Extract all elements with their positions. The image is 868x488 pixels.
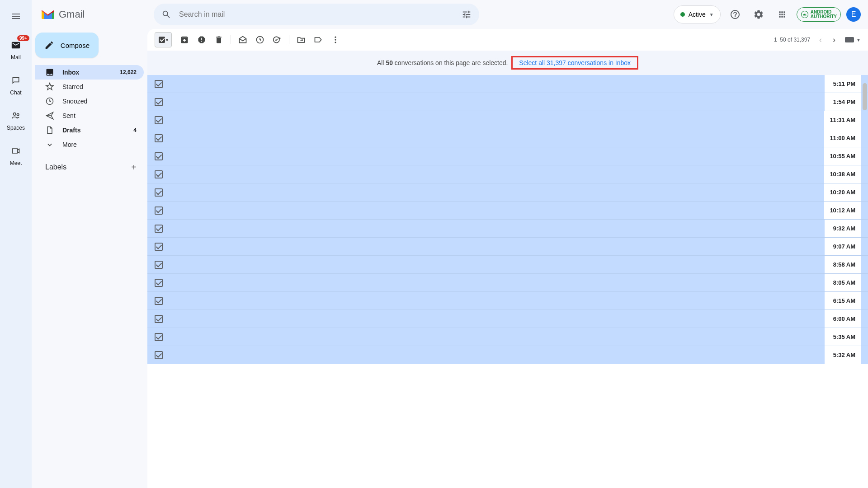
gmail-logo[interactable]: Gmail xyxy=(39,9,146,20)
sidebar-item-label: Snoozed xyxy=(62,98,87,105)
apps-icon xyxy=(778,10,787,19)
sidebar-item-label: Starred xyxy=(62,83,83,90)
settings-button[interactable] xyxy=(750,5,768,23)
gmail-logo-text: Gmail xyxy=(59,9,85,20)
mail-time: 10:12 AM xyxy=(824,202,861,219)
sidebar-item-inbox[interactable]: Inbox12,622 xyxy=(35,65,144,80)
mail-row[interactable]: 1:54 PM xyxy=(147,93,868,111)
sidebar: Compose Inbox12,622StarredSnoozedSentDra… xyxy=(32,29,147,488)
android-authority-badge: ANDROIDAUTHORITY xyxy=(797,7,841,22)
file-icon xyxy=(45,126,54,135)
keyboard-icon xyxy=(844,37,854,43)
sidebar-item-snoozed[interactable]: Snoozed xyxy=(35,94,144,108)
row-checkbox[interactable] xyxy=(155,152,163,160)
sidebar-item-label: Drafts xyxy=(62,127,80,134)
input-mode-button[interactable]: ▼ xyxy=(844,37,861,43)
row-checkbox[interactable] xyxy=(155,261,163,269)
mail-row[interactable]: 5:35 AM xyxy=(147,328,868,346)
row-checkbox[interactable] xyxy=(155,116,163,124)
status-dot-icon xyxy=(680,12,685,17)
sidebar-item-drafts[interactable]: Drafts4 xyxy=(35,123,144,137)
mail-row[interactable]: 5:11 PM xyxy=(147,75,868,93)
label-icon xyxy=(314,35,323,44)
compose-button[interactable]: Compose xyxy=(35,33,99,58)
gmail-logo-icon xyxy=(41,9,55,20)
row-checkbox[interactable] xyxy=(155,134,163,142)
prev-page-button[interactable]: ‹ xyxy=(817,35,824,45)
highlight-annotation: Select all 31,397 conversations in Inbox xyxy=(511,56,638,70)
svg-point-6 xyxy=(335,37,336,38)
mail-row[interactable]: 5:32 AM xyxy=(147,346,868,364)
mail-row[interactable]: 10:12 AM xyxy=(147,202,868,220)
scrollbar[interactable] xyxy=(863,83,867,110)
rail-mail[interactable]: 99+ Mail xyxy=(0,36,32,62)
row-checkbox[interactable] xyxy=(155,315,163,323)
folder-move-icon xyxy=(297,35,306,44)
app-rail: 99+ Mail Chat Spaces Meet xyxy=(0,0,32,488)
spaces-icon xyxy=(11,111,21,121)
select-all-banner: All 50 conversations on this page are se… xyxy=(147,51,868,75)
row-checkbox[interactable] xyxy=(155,206,163,215)
mail-time: 10:38 AM xyxy=(824,165,861,183)
row-checkbox[interactable] xyxy=(155,98,163,106)
svg-point-7 xyxy=(335,39,336,40)
add-task-button[interactable] xyxy=(273,35,282,44)
account-avatar[interactable]: E xyxy=(846,7,861,22)
mail-row[interactable]: 8:05 AM xyxy=(147,274,868,292)
row-checkbox[interactable] xyxy=(155,170,163,178)
mail-row[interactable]: 6:00 AM xyxy=(147,310,868,328)
mail-row[interactable]: 9:32 AM xyxy=(147,220,868,238)
mail-row[interactable]: 10:20 AM xyxy=(147,183,868,202)
row-checkbox[interactable] xyxy=(155,243,163,251)
labels-header: Labels + xyxy=(35,161,147,174)
task-icon xyxy=(273,35,282,44)
sidebar-item-starred[interactable]: Starred xyxy=(35,80,144,94)
rail-spaces[interactable]: Spaces xyxy=(0,107,32,133)
mail-row[interactable]: 11:00 AM xyxy=(147,129,868,147)
report-spam-button[interactable] xyxy=(197,35,206,44)
mail-row[interactable]: 11:31 AM xyxy=(147,111,868,129)
row-checkbox[interactable] xyxy=(155,333,163,341)
search-button[interactable] xyxy=(157,5,175,23)
mail-list[interactable]: 5:11 PM1:54 PM11:31 AM11:00 AM10:55 AM10… xyxy=(147,75,868,488)
mark-read-button[interactable] xyxy=(238,35,247,44)
help-icon xyxy=(730,9,741,20)
mail-row[interactable]: 9:07 AM xyxy=(147,238,868,256)
header: Gmail Active ▼ ANDROIDAUTHORITY E xyxy=(32,0,868,29)
archive-button[interactable] xyxy=(180,35,189,44)
add-label-button[interactable]: + xyxy=(127,161,140,174)
more-vert-icon xyxy=(331,35,340,44)
sidebar-item-label: Inbox xyxy=(62,69,79,76)
row-checkbox[interactable] xyxy=(155,188,163,197)
row-checkbox[interactable] xyxy=(155,279,163,287)
move-to-button[interactable] xyxy=(297,35,306,44)
meet-icon xyxy=(11,146,20,155)
snooze-button[interactable] xyxy=(255,35,264,44)
row-checkbox[interactable] xyxy=(155,297,163,305)
row-checkbox[interactable] xyxy=(155,80,163,88)
select-all-checkbox[interactable]: ▾ xyxy=(155,32,172,47)
support-button[interactable] xyxy=(726,5,744,23)
select-all-conversations-link[interactable]: Select all 31,397 conversations in Inbox xyxy=(515,57,634,68)
main-menu-button[interactable] xyxy=(5,5,27,27)
mail-row[interactable]: 6:15 AM xyxy=(147,292,868,310)
delete-button[interactable] xyxy=(214,35,223,44)
search-options-button[interactable] xyxy=(458,5,476,23)
sidebar-item-sent[interactable]: Sent xyxy=(35,108,144,123)
chevron-down-icon: ▼ xyxy=(709,12,714,17)
mail-time: 8:05 AM xyxy=(825,274,861,291)
mail-row[interactable]: 10:38 AM xyxy=(147,165,868,183)
row-checkbox[interactable] xyxy=(155,225,163,233)
rail-meet[interactable]: Meet xyxy=(0,142,32,168)
sidebar-item-more[interactable]: More xyxy=(35,137,144,152)
status-chip[interactable]: Active ▼ xyxy=(674,5,721,23)
apps-button[interactable] xyxy=(773,5,791,23)
next-page-button[interactable]: › xyxy=(831,35,837,45)
search-input[interactable] xyxy=(175,10,458,19)
row-checkbox[interactable] xyxy=(155,351,163,359)
mail-row[interactable]: 8:58 AM xyxy=(147,256,868,274)
rail-chat[interactable]: Chat xyxy=(0,71,32,98)
mail-row[interactable]: 10:55 AM xyxy=(147,147,868,165)
more-button[interactable] xyxy=(331,35,340,44)
labels-button[interactable] xyxy=(314,35,323,44)
